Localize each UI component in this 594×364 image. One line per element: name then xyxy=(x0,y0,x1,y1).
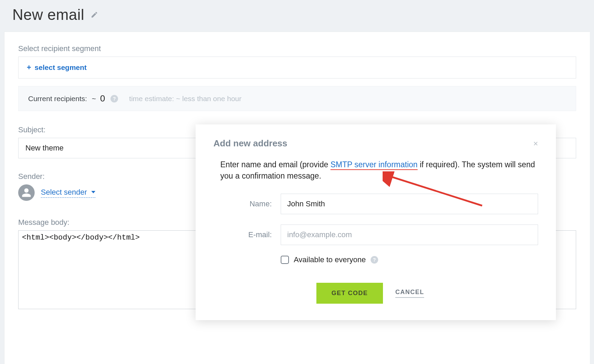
select-segment-label: select segment xyxy=(35,63,87,72)
add-address-modal: Add new address × Enter name and email (… xyxy=(196,124,556,320)
select-sender-label: Select sender xyxy=(41,188,87,197)
time-estimate: time estimate: ~ less than one hour xyxy=(129,95,241,103)
recipients-label: Current recipients: xyxy=(28,95,87,103)
cancel-button[interactable]: CANCEL xyxy=(395,289,424,298)
select-segment-link[interactable]: + select segment xyxy=(27,63,87,72)
smtp-info-link[interactable]: SMTP server information xyxy=(330,160,418,170)
segment-section-label: Select recipient segment xyxy=(18,44,576,53)
plus-icon: + xyxy=(27,63,31,72)
close-icon[interactable]: × xyxy=(533,139,538,148)
segment-box: + select segment xyxy=(18,57,576,78)
available-everyone-label: Available to everyone xyxy=(294,255,366,264)
modal-title: Add new address xyxy=(213,138,287,149)
recipients-help-icon[interactable]: ? xyxy=(110,95,118,102)
page-title: New email xyxy=(12,6,84,23)
recipients-tilde: ~ xyxy=(92,95,96,103)
select-sender-link[interactable]: Select sender xyxy=(41,188,95,198)
available-everyone-checkbox[interactable] xyxy=(281,256,289,264)
chevron-down-icon xyxy=(91,191,95,193)
recipients-bar: Current recipients: ~ 0 ? time estimate:… xyxy=(18,86,576,111)
email-field-label: E-mail: xyxy=(213,230,272,239)
name-field-label: Name: xyxy=(213,199,272,208)
edit-title-icon[interactable] xyxy=(91,11,98,19)
get-code-button[interactable]: GET CODE xyxy=(316,283,383,304)
name-input[interactable] xyxy=(281,194,538,214)
recipients-count: 0 xyxy=(100,93,105,104)
available-help-icon[interactable]: ? xyxy=(371,256,378,264)
email-input[interactable] xyxy=(281,225,538,245)
sender-avatar xyxy=(18,184,35,201)
modal-description: Enter name and email (provide SMTP serve… xyxy=(213,159,538,182)
